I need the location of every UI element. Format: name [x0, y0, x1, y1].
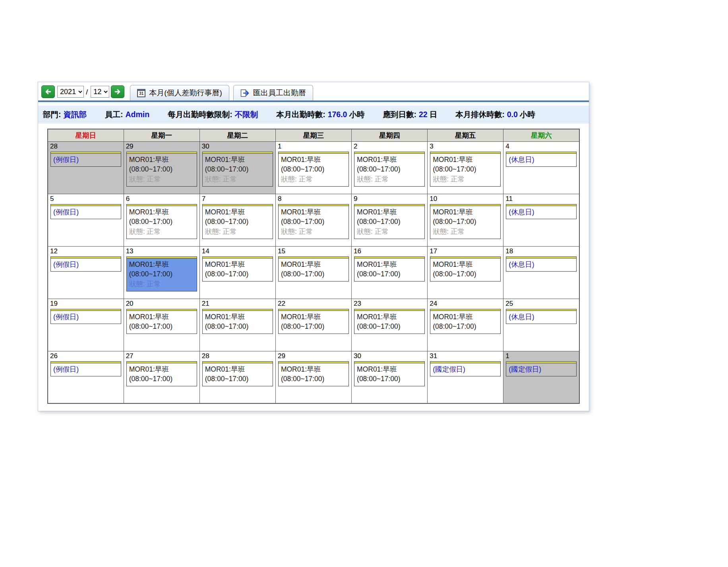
day-cell[interactable]: 2MOR01:早班(08:00~17:00)狀態: 正常	[352, 141, 428, 194]
shift-title: MOR01:早班	[433, 260, 498, 270]
day-cell[interactable]: 30MOR01:早班(08:00~17:00)	[352, 351, 428, 403]
shift-event[interactable]: MOR01:早班(08:00~17:00)狀態: 正常	[278, 204, 349, 239]
holiday-event[interactable]: (例假日)	[50, 309, 121, 324]
week-row: 26(例假日)27MOR01:早班(08:00~17:00)28MOR01:早班…	[48, 351, 579, 403]
shift-event[interactable]: MOR01:早班(08:00~17:00)狀態: 正常	[202, 152, 273, 187]
shift-title: MOR01:早班	[357, 312, 422, 322]
holiday-event[interactable]: (休息日)	[506, 204, 577, 220]
day-cell[interactable]: 10MOR01:早班(08:00~17:00)狀態: 正常	[428, 194, 503, 246]
tab-current-month[interactable]: 31 本月(個人差勤行事曆)	[130, 85, 229, 100]
day-cell[interactable]: 14MOR01:早班(08:00~17:00)	[199, 246, 275, 299]
day-cell[interactable]: 27MOR01:早班(08:00~17:00)	[124, 351, 199, 403]
day-number: 1	[276, 142, 351, 152]
day-cell[interactable]: 16MOR01:早班(08:00~17:00)	[352, 246, 428, 299]
shift-event[interactable]: MOR01:早班(08:00~17:00)狀態: 正常	[278, 152, 349, 187]
shift-event[interactable]: MOR01:早班(08:00~17:00)	[354, 256, 425, 282]
info-item-label: 員工:	[105, 110, 123, 119]
holiday-label: (例假日)	[53, 207, 118, 217]
shift-title: MOR01:早班	[433, 155, 498, 165]
shift-event[interactable]: MOR01:早班(08:00~17:00)狀態: 正常	[430, 152, 501, 187]
shift-event[interactable]: MOR01:早班(08:00~17:00)狀態: 正常	[354, 152, 425, 187]
day-cell[interactable]: 29MOR01:早班(08:00~17:00)狀態: 正常	[124, 141, 199, 194]
holiday-event[interactable]: (休息日)	[506, 256, 577, 272]
holiday-event[interactable]: (休息日)	[506, 309, 577, 324]
shift-event[interactable]: MOR01:早班(08:00~17:00)	[430, 309, 501, 334]
day-cell[interactable]: 4(休息日)	[503, 141, 579, 194]
day-cell[interactable]: 9MOR01:早班(08:00~17:00)狀態: 正常	[352, 194, 428, 246]
shift-event[interactable]: MOR01:早班(08:00~17:00)	[278, 361, 349, 387]
day-cell[interactable]: 3MOR01:早班(08:00~17:00)狀態: 正常	[428, 141, 503, 194]
day-cell[interactable]: 6MOR01:早班(08:00~17:00)狀態: 正常	[124, 194, 199, 246]
shift-event[interactable]: MOR01:早班(08:00~17:00)	[430, 256, 501, 282]
holiday-event[interactable]: (例假日)	[50, 256, 121, 272]
shift-event[interactable]: MOR01:早班(08:00~17:00)	[202, 309, 273, 334]
day-cell[interactable]: 23MOR01:早班(08:00~17:00)	[352, 299, 428, 351]
day-cell[interactable]: 22MOR01:早班(08:00~17:00)	[275, 299, 351, 351]
day-cell[interactable]: 19(例假日)	[48, 299, 124, 351]
shift-event[interactable]: MOR01:早班(08:00~17:00)	[202, 256, 273, 282]
info-item: 員工:Admin	[105, 109, 149, 120]
week-row: 12(例假日)13MOR01:早班(08:00~17:00)狀態: 正常14MO…	[48, 246, 579, 299]
shift-status: 狀態: 正常	[433, 174, 498, 184]
day-number: 13	[124, 247, 199, 256]
shift-time: (08:00~17:00)	[433, 164, 498, 174]
day-cell[interactable]: 30MOR01:早班(08:00~17:00)狀態: 正常	[199, 141, 275, 194]
shift-event[interactable]: MOR01:早班(08:00~17:00)	[354, 361, 425, 387]
year-select[interactable]: 2021	[57, 86, 84, 98]
day-cell[interactable]: 18(休息日)	[503, 246, 579, 299]
day-number: 3	[428, 142, 503, 152]
shift-event[interactable]: MOR01:早班(08:00~17:00)	[278, 309, 349, 334]
day-cell[interactable]: 15MOR01:早班(08:00~17:00)	[275, 246, 351, 299]
left-arrow-icon	[45, 89, 52, 95]
info-item: 部門:資訊部	[43, 109, 87, 120]
day-cell[interactable]: 8MOR01:早班(08:00~17:00)狀態: 正常	[275, 194, 351, 246]
day-cell[interactable]: 20MOR01:早班(08:00~17:00)	[124, 299, 199, 351]
day-cell[interactable]: 25(休息日)	[503, 299, 579, 351]
shift-event[interactable]: MOR01:早班(08:00~17:00)	[202, 361, 273, 387]
day-cell[interactable]: 24MOR01:早班(08:00~17:00)	[428, 299, 503, 351]
shift-event[interactable]: MOR01:早班(08:00~17:00)	[126, 361, 197, 387]
holiday-event[interactable]: (國定假日)	[430, 361, 501, 377]
month-select[interactable]: 12	[91, 86, 109, 98]
shift-event[interactable]: MOR01:早班(08:00~17:00)狀態: 正常	[354, 204, 425, 239]
shift-time: (08:00~17:00)	[281, 322, 346, 332]
day-cell[interactable]: 1(國定假日)	[503, 351, 579, 403]
shift-event[interactable]: MOR01:早班(08:00~17:00)狀態: 正常	[430, 204, 501, 239]
event-body: (國定假日)	[430, 363, 500, 376]
info-item-value: 0.0	[507, 110, 518, 119]
day-cell[interactable]: 11(休息日)	[503, 194, 579, 246]
day-cell[interactable]: 17MOR01:早班(08:00~17:00)	[428, 246, 503, 299]
shift-title: MOR01:早班	[357, 207, 422, 217]
day-cell[interactable]: 29MOR01:早班(08:00~17:00)	[275, 351, 351, 403]
day-cell[interactable]: 28MOR01:早班(08:00~17:00)	[199, 351, 275, 403]
day-cell[interactable]: 13MOR01:早班(08:00~17:00)狀態: 正常	[124, 246, 199, 299]
next-month-button[interactable]	[111, 85, 124, 98]
tab-current-month-label: 本月(個人差勤行事曆)	[149, 88, 222, 98]
shift-event[interactable]: MOR01:早班(08:00~17:00)狀態: 正常	[126, 256, 197, 292]
shift-event[interactable]: MOR01:早班(08:00~17:00)	[354, 309, 425, 334]
holiday-event[interactable]: (例假日)	[50, 204, 121, 220]
shift-event[interactable]: MOR01:早班(08:00~17:00)	[126, 309, 197, 334]
day-cell[interactable]: 5(例假日)	[48, 194, 124, 246]
prev-month-button[interactable]	[41, 85, 55, 98]
shift-event[interactable]: MOR01:早班(08:00~17:00)狀態: 正常	[126, 204, 197, 239]
shift-event[interactable]: MOR01:早班(08:00~17:00)狀態: 正常	[126, 152, 197, 187]
shift-title: MOR01:早班	[357, 260, 422, 270]
day-cell[interactable]: 28(例假日)	[48, 141, 124, 194]
day-cell[interactable]: 26(例假日)	[48, 351, 124, 403]
shift-event[interactable]: MOR01:早班(08:00~17:00)狀態: 正常	[202, 204, 273, 239]
day-cell[interactable]: 1MOR01:早班(08:00~17:00)狀態: 正常	[275, 141, 351, 194]
day-cell[interactable]: 12(例假日)	[48, 246, 124, 299]
day-cell[interactable]: 31(國定假日)	[428, 351, 503, 403]
holiday-event[interactable]: (例假日)	[50, 152, 121, 167]
holiday-event[interactable]: (休息日)	[506, 152, 577, 167]
shift-event[interactable]: MOR01:早班(08:00~17:00)	[278, 256, 349, 282]
shift-title: MOR01:早班	[129, 260, 194, 270]
holiday-event[interactable]: (國定假日)	[506, 361, 577, 377]
holiday-event[interactable]: (例假日)	[50, 361, 121, 377]
day-cell[interactable]: 7MOR01:早班(08:00~17:00)狀態: 正常	[199, 194, 275, 246]
day-cell[interactable]: 21MOR01:早班(08:00~17:00)	[199, 299, 275, 351]
right-arrow-icon	[114, 89, 121, 95]
info-item: 本月出勤時數:176.0小時	[276, 109, 364, 120]
tab-export-attendance[interactable]: 匯出員工出勤曆	[233, 85, 313, 100]
